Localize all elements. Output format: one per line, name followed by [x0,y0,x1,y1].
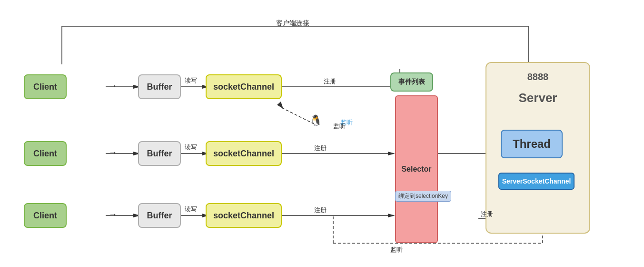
thread-box: Thread [501,130,563,158]
readwrite-label-3: 读写 [185,205,197,214]
arrow-r3-c-b: → [109,210,117,220]
port-label: 8888 [527,72,549,82]
register-label-1: 注册 [324,77,336,86]
client-box-1: Client [24,74,67,99]
selector-box: Selector [395,95,438,243]
binding-label: 绑定到selectionKey [395,191,451,202]
server-container: 8888 Server Thread ServerSocketChannel [485,62,590,234]
client-box-3: Client [24,203,67,228]
client-box-2: Client [24,141,67,166]
arrow-r1-c-b: → [109,81,117,91]
diagram-container: 客户端连接 Client → Buffer 读写 socketChannel 注… [0,0,644,267]
event-list-box: 事件列表 [390,72,433,92]
arrow-r2-c-b: → [109,148,117,158]
wechat-icon: 🐧 [309,114,322,127]
register-label-2: 注册 [314,144,327,153]
register-label-ssc: 注册 [481,210,493,218]
socket-channel-2: socketChannel [206,141,282,166]
register-label-3: 注册 [314,206,327,215]
socket-channel-1: socketChannel [206,74,282,99]
server-label: Server [519,91,557,105]
client-connect-label: 客户端连接 [276,19,309,28]
buffer-box-3: Buffer [138,203,181,228]
server-socket-channel-box: ServerSocketChannel [498,173,575,190]
buffer-box-1: Buffer [138,74,181,99]
svg-marker-20 [388,152,395,155]
listen-dashed-label-1: 监听 [333,122,346,131]
socket-channel-3: socketChannel [206,203,282,228]
svg-marker-13 [277,102,283,109]
readwrite-label-1: 读写 [185,76,197,85]
listen-label-bottom: 监听 [390,246,403,254]
svg-marker-29 [388,214,395,217]
buffer-box-2: Buffer [138,141,181,166]
readwrite-label-2: 读写 [185,143,197,152]
